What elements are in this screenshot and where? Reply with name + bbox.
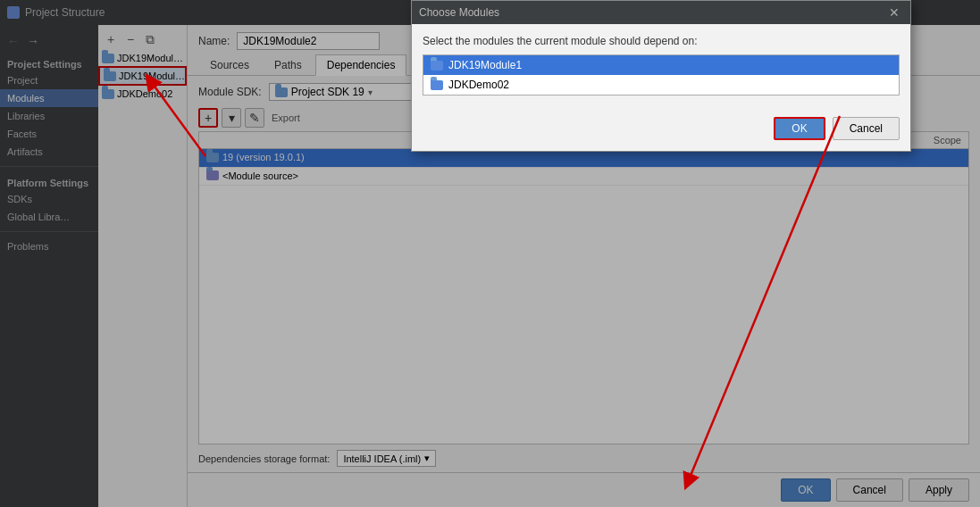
- modal-close-button[interactable]: ✕: [885, 5, 903, 20]
- modal-cancel-button[interactable]: Cancel: [833, 117, 900, 140]
- modal-ok-button[interactable]: OK: [774, 117, 825, 140]
- modal-folder-icon-1: [431, 61, 443, 71]
- modal-overlay: Choose Modules ✕ Select the modules the …: [0, 0, 980, 507]
- modal-module-list: JDK19Module1 JDKDemo02: [423, 54, 900, 96]
- modal-instruction: Select the modules the current module sh…: [423, 35, 900, 47]
- modal-titlebar: Choose Modules ✕: [412, 1, 910, 24]
- modal-footer: OK Cancel: [412, 117, 910, 151]
- modal-list-item-jdkdemo02[interactable]: JDKDemo02: [423, 75, 899, 95]
- modal-body: Select the modules the current module sh…: [412, 24, 910, 117]
- choose-modules-dialog: Choose Modules ✕ Select the modules the …: [411, 0, 911, 152]
- modal-list-item-jdk19module1[interactable]: JDK19Module1: [423, 55, 899, 75]
- main-window: Project Structure ← → Project Settings P…: [0, 0, 980, 507]
- modal-item-label-2: JDKDemo02: [448, 79, 509, 91]
- modal-item-label-1: JDK19Module1: [448, 59, 522, 71]
- modal-folder-icon-2: [431, 80, 443, 90]
- modal-title: Choose Modules: [419, 6, 499, 19]
